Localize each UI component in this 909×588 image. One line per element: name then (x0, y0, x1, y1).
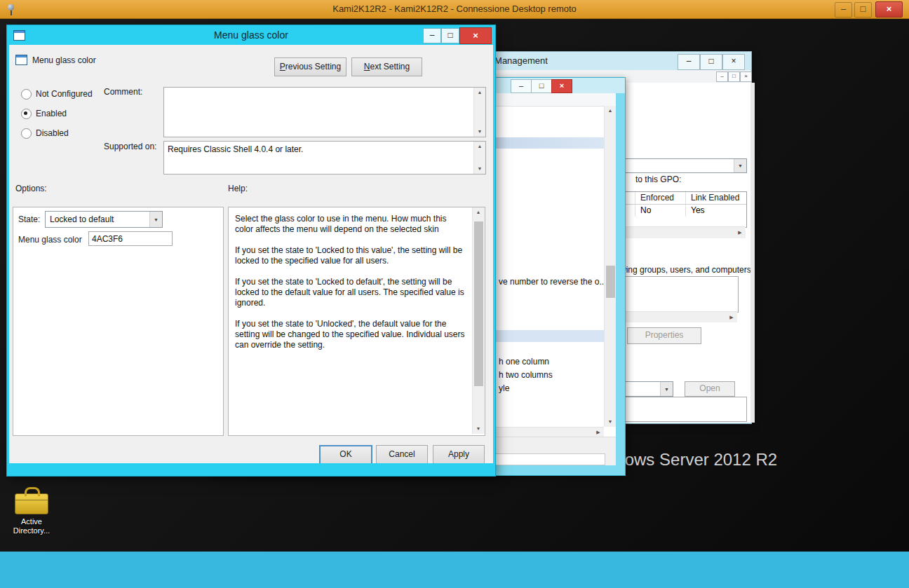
scroll-down-icon[interactable]: ▼ (605, 417, 616, 427)
gpo-links-col-enforced[interactable]: Enforced (635, 192, 686, 204)
editor-maximize-button[interactable]: □ (531, 79, 552, 93)
dropdown-arrow-icon[interactable]: ▼ (660, 382, 673, 396)
dropdown-arrow-icon[interactable]: ▼ (734, 159, 746, 172)
apply-button[interactable]: Apply (433, 445, 485, 463)
dialog-menu-glass-color: Menu glass color – □ × Menu glass color … (7, 25, 495, 476)
gpo-links-cell-link-enabled: Yes (686, 205, 745, 217)
gpm-close-button[interactable]: × (722, 54, 745, 70)
scroll-right-icon[interactable]: ▶ (593, 428, 604, 437)
taskbar: >_ >_ ▲ 21:46 12/09/2015 (0, 552, 909, 588)
editor-close-button[interactable]: × (551, 79, 572, 93)
gpm-child-close-button[interactable]: × (740, 71, 752, 82)
gpm-maximize-button[interactable]: □ (700, 54, 722, 70)
dialog-maximize-button[interactable]: □ (441, 28, 459, 43)
rdp-close-button[interactable]: × (875, 1, 903, 18)
comment-label: Comment: (104, 87, 142, 97)
scroll-up-icon[interactable]: ▲ (605, 106, 616, 116)
editor-setting-row[interactable]: h two columns (499, 370, 553, 380)
supported-on-text: Requires Classic Shell 4.0.4 or later. (164, 142, 485, 154)
ok-button[interactable]: OK (319, 445, 372, 463)
dialog-body: Menu glass color Previous Setting Next S… (9, 45, 493, 463)
supported-scrollbar[interactable]: ▲ ▼ (473, 142, 485, 174)
previous-setting-button[interactable]: Previous Setting (274, 57, 346, 76)
help-panel: Select the glass color to use in the men… (228, 207, 485, 436)
help-paragraph: Select the glass color to use in the men… (235, 214, 466, 235)
radio-circle-icon[interactable] (21, 109, 32, 119)
setting-name-label: Menu glass color (32, 55, 96, 65)
scroll-down-icon[interactable]: ▼ (474, 127, 485, 137)
rdp-title: Kami2K12R2 - Kami2K12R2 - Connessione De… (0, 0, 909, 18)
gpm-minimize-button[interactable]: – (678, 54, 700, 70)
rdp-restore-button[interactable]: □ (854, 2, 872, 18)
editor-minimize-button[interactable]: – (511, 79, 532, 93)
comment-scrollbar[interactable]: ▲ ▼ (473, 88, 485, 137)
editor-vscroll-thumb[interactable] (606, 266, 615, 298)
dropdown-arrow-icon[interactable]: ▼ (149, 212, 162, 227)
help-paragraph: If you set the state to 'Locked to this … (235, 245, 466, 266)
properties-button[interactable]: Properties (627, 327, 701, 344)
cancel-button[interactable]: Cancel (376, 445, 428, 463)
gpm-child-restore-button[interactable]: □ (728, 71, 740, 82)
scroll-up-icon[interactable]: ▲ (473, 207, 484, 217)
supported-on-label: Supported on: (104, 142, 156, 151)
security-filtering-label: wing groups, users, and computers: (620, 265, 753, 275)
scroll-up-icon[interactable]: ▲ (474, 142, 485, 151)
radio-circle-icon[interactable] (21, 89, 32, 100)
state-value: Locked to default (50, 214, 114, 224)
menu-glass-color-input[interactable] (88, 231, 173, 246)
help-vscrollbar[interactable]: ▲ ▼ (472, 207, 485, 434)
menu-glass-color-label: Menu glass color (18, 235, 82, 245)
scroll-right-icon[interactable]: ▶ (726, 312, 737, 322)
help-paragraph: If you set the state to 'Unlocked', the … (235, 319, 466, 350)
editor-vscrollbar[interactable]: ▲ ▼ (604, 106, 616, 427)
scroll-down-icon[interactable]: ▼ (473, 424, 484, 434)
toolbox-icon (15, 493, 48, 514)
editor-setting-row[interactable]: ve number to reverse the o... (499, 277, 606, 287)
editor-setting-row[interactable]: yle (499, 383, 509, 393)
gpo-links-cell-enforced: No (635, 205, 686, 217)
scroll-down-icon[interactable]: ▼ (474, 164, 485, 174)
scroll-up-icon[interactable]: ▲ (474, 88, 485, 97)
help-label: Help: (228, 184, 248, 193)
comment-text (164, 88, 485, 90)
help-paragraph: If you set the state to 'Locked to defau… (235, 277, 466, 308)
state-label: State: (18, 214, 40, 224)
radio-circle-icon[interactable] (21, 128, 32, 139)
rdp-minimize-button[interactable]: – (835, 2, 852, 18)
dialog-close-button[interactable]: × (459, 27, 492, 44)
options-label: Options: (15, 184, 47, 193)
editor-setting-row[interactable]: h one column (499, 357, 549, 367)
dialog-title[interactable]: Menu glass color (7, 25, 495, 45)
next-setting-button[interactable]: Next Setting (351, 57, 422, 76)
supported-on-textbox[interactable]: Requires Classic Shell 4.0.4 or later. ▲… (163, 141, 486, 175)
help-vscroll-thumb[interactable] (474, 221, 483, 386)
rdp-connection-bar: Kami2K12R2 - Kami2K12R2 - Connessione De… (0, 0, 909, 19)
desktop-icon-label: Active Directory... (6, 517, 58, 535)
wmi-description-box (618, 397, 747, 422)
gpo-links-col-link-enabled[interactable]: Link Enabled (686, 192, 745, 204)
help-text: Select the glass color to use in the men… (229, 208, 472, 435)
open-button[interactable]: Open (685, 381, 735, 397)
setting-icon (15, 55, 27, 65)
scroll-right-icon[interactable]: ▶ (734, 227, 746, 238)
gpo-links-label: to this GPO: (635, 175, 681, 184)
comment-textbox[interactable]: ▲ ▼ (163, 87, 486, 137)
state-dropdown[interactable]: Locked to default ▼ (45, 211, 163, 228)
gpm-child-minimize-button[interactable]: – (716, 71, 728, 82)
desktop-icon-active-directory[interactable]: Active Directory... (6, 485, 58, 535)
remote-desktop-screen: Windows Server 2012 R2 Active Directory.… (0, 0, 909, 588)
dialog-minimize-button[interactable]: – (423, 28, 441, 43)
